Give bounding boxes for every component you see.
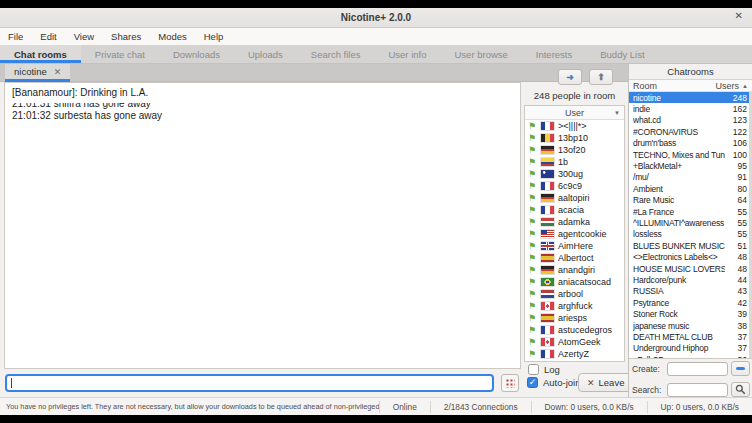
room-row[interactable]: Stoner Rock 39 xyxy=(629,308,752,319)
main-tab[interactable]: Uploads xyxy=(234,45,297,63)
user-row[interactable]: ⚑ 13of20 xyxy=(525,144,624,156)
room-row[interactable]: Psytrance 42 xyxy=(629,297,752,308)
titlebar[interactable]: Nicotine+ 2.0.0 ✕ xyxy=(0,8,752,28)
user-row[interactable]: ⚑ aaltopiri xyxy=(525,192,624,204)
user-row[interactable]: ⚑ Albertoct xyxy=(525,252,624,264)
room-user-count: 38 xyxy=(725,321,747,331)
menu-item[interactable]: File xyxy=(8,31,23,42)
main-tab[interactable]: User info xyxy=(374,45,440,63)
user-row[interactable]: ⚑ aniacatsocad xyxy=(525,276,624,288)
room-row[interactable]: HOUSE MUSIC LOVERS (AG) 48 xyxy=(629,263,752,274)
arrow-right-button[interactable]: ➜ xyxy=(558,69,582,85)
room-row[interactable]: Underground Hiphop 37 xyxy=(629,343,752,354)
room-row[interactable]: RUSSIA 43 xyxy=(629,286,752,297)
online-status[interactable]: Online xyxy=(379,401,430,413)
room-row[interactable]: .:Full CD:. 36 xyxy=(629,354,752,359)
user-row[interactable]: ⚑ 13bp10 xyxy=(525,132,624,144)
country-flag-icon xyxy=(541,218,554,226)
room-name: .:Full CD:. xyxy=(633,355,725,359)
user-row[interactable]: ⚑ agentcookie xyxy=(525,228,624,240)
main-tab[interactable]: Chat rooms xyxy=(0,45,81,63)
user-row[interactable]: ⚑ adamka xyxy=(525,216,624,228)
room-row[interactable]: BLUES BUNKER MUSIC 51 xyxy=(629,240,752,251)
room-user-count: 55 xyxy=(725,218,747,228)
create-room-input[interactable] xyxy=(667,362,728,376)
room-row[interactable]: lossless 55 xyxy=(629,229,752,240)
user-row[interactable]: ⚑ xyxy=(525,360,624,362)
main-tab[interactable]: Interests xyxy=(522,45,586,63)
autojoin-checkbox[interactable]: ✓ xyxy=(527,377,538,388)
room-row[interactable]: Ambient 80 xyxy=(629,183,752,194)
room-row[interactable]: #CORONAVIRUS 122 xyxy=(629,126,752,137)
main-tab[interactable]: User browse xyxy=(440,45,521,63)
user-list[interactable]: User ▼ ⚑ ><||||*> ⚑ 13bp10 xyxy=(524,105,625,362)
search-room-input[interactable] xyxy=(667,383,728,397)
room-column-header[interactable]: Room xyxy=(633,81,716,91)
menu-item[interactable]: Edit xyxy=(40,31,56,42)
user-row[interactable]: ⚑ AtomGeek xyxy=(525,336,624,348)
room-row[interactable]: +BlackMetal+ 95 xyxy=(629,160,752,171)
text-options-button[interactable] xyxy=(501,374,519,392)
room-row[interactable]: ^ILLUMINATI^awareness 55 xyxy=(629,217,752,228)
window-title: Nicotine+ 2.0.0 xyxy=(341,12,411,23)
room-row[interactable]: drum'n'bass 106 xyxy=(629,138,752,149)
room-row[interactable]: indie 162 xyxy=(629,103,752,114)
users-column-header[interactable]: Users ▲ xyxy=(716,81,748,91)
arrow-up-button[interactable]: ⬆ xyxy=(589,69,613,85)
log-checkbox[interactable] xyxy=(528,364,539,375)
menu-item[interactable]: Shares xyxy=(111,31,141,42)
chat-message-input[interactable] xyxy=(5,374,494,392)
user-row[interactable]: ⚑ anandgiri xyxy=(525,264,624,276)
chatrooms-panel: Chatrooms Room Users ▲ nicotine 248 ind xyxy=(628,64,752,397)
room-row[interactable]: Hardcore/punk 44 xyxy=(629,274,752,285)
menu-item[interactable]: View xyxy=(74,31,94,42)
room-list[interactable]: nicotine 248 indie 162 what.cd 123 xyxy=(629,92,752,359)
user-row[interactable]: ⚑ ><||||*> xyxy=(525,120,624,132)
room-name: BLUES BUNKER MUSIC xyxy=(633,241,725,251)
user-row[interactable]: ⚑ 1b xyxy=(525,156,624,168)
user-row[interactable]: ⚑ 300ug xyxy=(525,168,624,180)
create-room-button[interactable] xyxy=(731,361,750,376)
room-row[interactable]: <>Electronics Labels<> 48 xyxy=(629,251,752,262)
country-flag-icon xyxy=(541,158,554,166)
room-user-count: 162 xyxy=(725,104,747,114)
menu-item[interactable]: Modes xyxy=(158,31,187,42)
main-tab[interactable]: Buddy List xyxy=(586,45,658,63)
window-close-icon[interactable]: ✕ xyxy=(735,10,743,21)
room-row[interactable]: what.cd 123 xyxy=(629,115,752,126)
room-row[interactable]: nicotine 248 xyxy=(629,92,752,103)
country-flag-icon xyxy=(541,278,554,286)
main-tab[interactable]: Private chat xyxy=(81,45,159,63)
room-row[interactable]: TECHNO, Mixes and Tunes 100 xyxy=(629,149,752,160)
chat-log[interactable]: [Bananamour]: Drinking in L.A. 21:01:31 … xyxy=(4,82,521,369)
menu-item[interactable]: Help xyxy=(204,31,224,42)
user-row[interactable]: ⚑ arbool xyxy=(525,288,624,300)
leave-button[interactable]: ✕ Leave xyxy=(578,373,633,392)
close-icon[interactable]: ✕ xyxy=(54,67,62,77)
upload-status[interactable]: Up: 0 users, 0.0 KB/s xyxy=(647,401,752,413)
room-row[interactable]: #La France 55 xyxy=(629,206,752,217)
main-tab[interactable]: Search files xyxy=(297,45,375,63)
user-row[interactable]: ⚑ astucedegros xyxy=(525,324,624,336)
room-tab-nicotine[interactable]: nicotine ✕ xyxy=(5,64,70,82)
search-room-button[interactable] xyxy=(731,382,750,397)
user-row[interactable]: ⚑ AimHere xyxy=(525,240,624,252)
room-row[interactable]: Rare Music 64 xyxy=(629,195,752,206)
user-row[interactable]: ⚑ 6c9c9 xyxy=(525,180,624,192)
user-status-icon: ⚑ xyxy=(528,326,537,335)
room-row[interactable]: japanese music 38 xyxy=(629,320,752,331)
download-status[interactable]: Down: 0 users, 0.0 KB/s xyxy=(531,401,647,413)
user-row[interactable]: ⚑ acacia xyxy=(525,204,624,216)
user-row[interactable]: ⚑ AzertyZ xyxy=(525,348,624,360)
country-flag-icon xyxy=(541,314,554,322)
user-row[interactable]: ⚑ arghfuck xyxy=(525,300,624,312)
room-row[interactable]: /mu/ 91 xyxy=(629,172,752,183)
user-status-icon: ⚑ xyxy=(528,122,537,131)
user-column-header[interactable]: User ▼ xyxy=(525,106,624,120)
room-row[interactable]: DEATH METAL CLUB 37 xyxy=(629,331,752,342)
room-user-count: 106 xyxy=(725,138,747,148)
main-tab[interactable]: Downloads xyxy=(159,45,234,63)
room-name: japanese music xyxy=(633,321,725,331)
user-row[interactable]: ⚑ ariesps xyxy=(525,312,624,324)
room-name: TECHNO, Mixes and Tunes xyxy=(633,150,725,160)
